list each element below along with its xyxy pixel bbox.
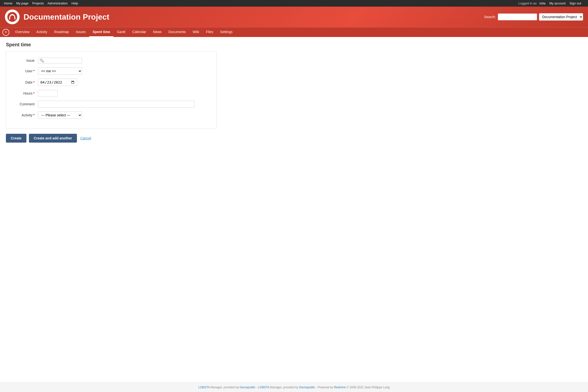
- tab-settings[interactable]: Settings: [216, 28, 236, 37]
- issue-input-wrap: 🔍: [38, 58, 82, 64]
- tab-files[interactable]: Files: [202, 28, 217, 37]
- add-plus-button[interactable]: +: [2, 29, 9, 36]
- form-row-hours: Hours*: [14, 90, 209, 97]
- footer-lobsta2-link[interactable]: LOBSTA: [258, 386, 269, 389]
- tab-calendar[interactable]: Calendar: [129, 28, 150, 37]
- hours-label: Hours*: [14, 92, 38, 95]
- project-logo: [5, 10, 20, 24]
- footer-georepublic2-link[interactable]: Georepublic: [299, 386, 315, 389]
- svg-point-0: [7, 12, 17, 22]
- hours-required-marker: *: [33, 92, 34, 95]
- current-user-link[interactable]: lotta: [540, 2, 546, 5]
- nav-help[interactable]: Help: [72, 2, 78, 5]
- footer-powered-text: - Powered by: [316, 386, 334, 389]
- footer-copyright: © 2006-2022 Jean-Philippe Lang: [347, 386, 390, 389]
- create-and-add-another-button[interactable]: Create and add another: [29, 134, 77, 142]
- form-row-comment: Comment: [14, 101, 209, 108]
- top-nav-links: Home My page Projects Administration Hel…: [4, 2, 81, 5]
- search-area: Search: Documentation Project: [484, 13, 583, 20]
- nav-administration[interactable]: Administration: [48, 2, 68, 5]
- user-label: User*: [14, 69, 38, 73]
- project-title-area: Documentation Project: [5, 10, 109, 24]
- tab-overview[interactable]: Overview: [12, 28, 33, 37]
- spent-time-form: Issue 🔍 User* << me >> Date* Hou: [6, 52, 216, 129]
- nav-projects[interactable]: Projects: [32, 2, 44, 5]
- search-label: Search:: [484, 15, 496, 19]
- user-select[interactable]: << me >>: [38, 68, 82, 75]
- search-icon: 🔍: [40, 58, 44, 62]
- issue-input[interactable]: [45, 58, 79, 62]
- tab-spent-time[interactable]: Spent time: [89, 28, 114, 37]
- my-account-link[interactable]: My account: [549, 2, 566, 5]
- tab-roadmap[interactable]: Roadmap: [51, 28, 72, 37]
- cancel-button[interactable]: Cancel: [80, 134, 92, 142]
- comment-input[interactable]: [38, 101, 195, 108]
- footer: LOBSTA Manager, provided by Georepublic …: [0, 382, 588, 392]
- create-button[interactable]: Create: [6, 134, 26, 142]
- activity-select[interactable]: --- Please select ---: [38, 112, 82, 119]
- tab-activity[interactable]: Activity: [33, 28, 50, 37]
- top-nav-user-area: Logged in as lotta My account Sign out: [518, 2, 584, 5]
- svg-point-1: [12, 14, 13, 16]
- project-nav: + Overview Activity Roadmap Issues Spent…: [0, 27, 588, 37]
- project-scope-select[interactable]: Documentation Project: [539, 13, 583, 20]
- page-title: Spent time: [6, 42, 582, 48]
- footer-georepublic1-link[interactable]: Georepublic: [240, 386, 256, 389]
- main-content: Spent time Issue 🔍 User* << me >> Date*: [0, 37, 588, 382]
- search-input[interactable]: [498, 14, 537, 20]
- issue-label: Issue: [14, 58, 38, 62]
- sign-out-link[interactable]: Sign out: [570, 2, 581, 5]
- hours-input[interactable]: [38, 90, 58, 97]
- date-label: Date*: [14, 80, 38, 84]
- tab-wiki[interactable]: Wiki: [189, 28, 202, 37]
- nav-mypage[interactable]: My page: [16, 2, 28, 5]
- form-row-activity: Activity* --- Please select ---: [14, 112, 209, 119]
- footer-lobsta1-link[interactable]: LOBSTA: [198, 386, 210, 389]
- user-required-marker: *: [33, 69, 34, 73]
- activity-label: Activity*: [14, 113, 38, 117]
- form-buttons: Create Create and add another Cancel: [6, 134, 582, 142]
- footer-manager-text1: Manager, provided by: [210, 386, 240, 389]
- form-row-user: User* << me >>: [14, 68, 209, 75]
- tab-documents[interactable]: Documents: [165, 28, 190, 37]
- tab-news[interactable]: News: [150, 28, 165, 37]
- nav-home[interactable]: Home: [4, 2, 12, 5]
- top-navigation: Home My page Projects Administration Hel…: [0, 0, 588, 6]
- project-title: Documentation Project: [24, 12, 109, 22]
- activity-required-marker: *: [33, 113, 34, 117]
- date-required-marker: *: [33, 80, 34, 84]
- footer-redmine-link[interactable]: Redmine: [334, 386, 346, 389]
- project-header: Documentation Project Search: Documentat…: [0, 6, 588, 27]
- form-row-date: Date*: [14, 79, 209, 86]
- logo-icon: [7, 12, 18, 22]
- tab-issues[interactable]: Issues: [72, 28, 89, 37]
- comment-label: Comment: [14, 102, 38, 106]
- form-row-issue: Issue 🔍: [14, 58, 209, 64]
- date-input[interactable]: [38, 79, 77, 86]
- footer-manager-text2: Manager, provided by: [270, 386, 299, 389]
- logged-in-label: Logged in as: [518, 2, 536, 5]
- tab-gantt[interactable]: Gantt: [114, 28, 128, 37]
